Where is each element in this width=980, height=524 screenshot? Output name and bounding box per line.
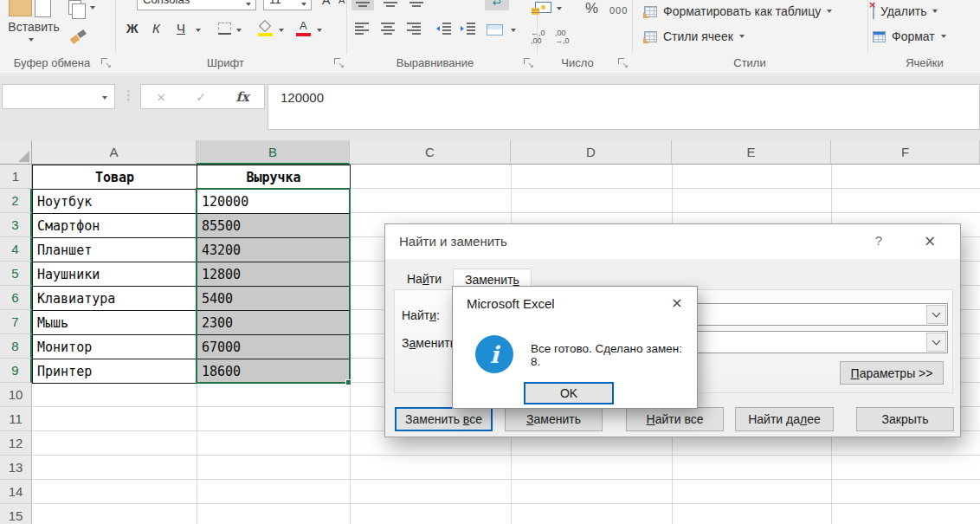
paste-dropdown-caret[interactable]	[29, 38, 34, 42]
row-header-8[interactable]: 8	[0, 334, 32, 359]
row-header-7[interactable]: 7	[0, 310, 32, 334]
row-header-2[interactable]: 2	[0, 189, 32, 213]
grow-font-button[interactable]: A	[322, 0, 330, 7]
cell-b1[interactable]: Выручка	[197, 165, 351, 190]
row-header-14[interactable]: 14	[0, 480, 32, 504]
row-header-13[interactable]: 13	[0, 456, 32, 480]
increase-decimal-icon[interactable]: ←,0 ,00	[531, 29, 545, 45]
decrease-decimal-icon[interactable]: ,00 →,0	[555, 29, 570, 45]
font-name-combo[interactable]: Consolas	[137, 0, 256, 10]
font-color-icon[interactable]: A	[300, 19, 307, 32]
copy-icon[interactable]	[68, 0, 81, 15]
cell-b4[interactable]: 43200	[197, 238, 351, 262]
align-left-icon[interactable]	[355, 23, 369, 35]
cell-a4[interactable]: Планшет	[33, 238, 197, 262]
italic-button[interactable]: К	[152, 21, 160, 36]
ok-button[interactable]: OK	[524, 382, 614, 404]
format-painter-icon[interactable]	[71, 31, 87, 43]
column-header-d[interactable]: D	[511, 140, 672, 165]
align-bottom-icon[interactable]	[409, 0, 423, 7]
cell-a1[interactable]: Товар	[33, 165, 197, 190]
cell-a9[interactable]: Принтер	[33, 359, 197, 384]
currency-format-icon[interactable]	[532, 2, 551, 16]
paste-icon[interactable]	[9, 0, 57, 16]
row-header-3[interactable]: 3	[0, 213, 32, 237]
cell-b7[interactable]: 2300	[197, 311, 351, 335]
help-icon[interactable]: ?	[870, 233, 887, 248]
merge-center-icon[interactable]	[487, 24, 503, 36]
paste-button[interactable]: Вставить	[5, 20, 62, 34]
find-dropdown-button[interactable]	[926, 305, 946, 324]
font-dialog-launcher[interactable]: ↘	[334, 58, 345, 68]
cell-a8[interactable]: Монитор	[33, 335, 197, 359]
column-header-a[interactable]: A	[32, 140, 197, 165]
cancel-icon[interactable]: ×	[156, 90, 166, 104]
currency-format-caret[interactable]	[557, 7, 562, 10]
font-size-combo[interactable]: 11	[263, 0, 312, 10]
cell-b8[interactable]: 67000	[197, 335, 351, 359]
copy-dropdown-caret[interactable]	[90, 6, 95, 10]
cell-a6[interactable]: Клавиатура	[33, 287, 197, 311]
wrap-text-icon[interactable]: ↩	[493, 0, 501, 9]
font-color-caret[interactable]	[317, 29, 322, 32]
decrease-indent-icon[interactable]	[436, 23, 451, 35]
cell-a7[interactable]: Мышь	[33, 311, 197, 335]
cell-b9[interactable]: 18600	[197, 359, 351, 384]
underline-button[interactable]: Ч	[177, 21, 185, 36]
format-as-table-button[interactable]: Форматировать как таблицу	[644, 4, 832, 18]
row-header-9[interactable]: 9	[0, 359, 32, 383]
row-header-5[interactable]: 5	[0, 262, 32, 286]
replace-dropdown-button[interactable]	[926, 333, 946, 352]
options-button[interactable]: Параметры >>	[840, 361, 944, 385]
percent-style-icon[interactable]: %	[585, 0, 598, 17]
column-header-e[interactable]: E	[672, 140, 831, 165]
name-box[interactable]	[2, 84, 115, 109]
close-button[interactable]: Закрыть	[856, 407, 954, 431]
fill-color-icon[interactable]	[258, 21, 274, 31]
enter-icon[interactable]: ✓	[196, 90, 206, 104]
select-all-corner[interactable]	[0, 140, 32, 165]
alignment-dialog-launcher[interactable]: ↘	[524, 58, 534, 68]
cell-b5[interactable]: 12800	[197, 262, 351, 287]
comma-style-icon[interactable]: 000	[609, 5, 628, 16]
number-dialog-launcher[interactable]: ↘	[618, 58, 629, 68]
delete-cells-button[interactable]: × Удалить	[873, 4, 938, 18]
bold-button[interactable]: Ж	[126, 21, 139, 36]
cell-a5[interactable]: Наушники	[33, 262, 197, 287]
fill-color-caret[interactable]	[279, 29, 284, 32]
row-header-11[interactable]: 11	[0, 407, 32, 431]
find-all-button[interactable]: Найти все	[626, 407, 724, 431]
formula-input[interactable]: 120000	[268, 84, 980, 130]
replace-button[interactable]: Заменить	[505, 407, 603, 431]
underline-dropdown-caret[interactable]	[196, 29, 201, 32]
clipboard-dialog-launcher[interactable]: ↘	[101, 58, 112, 68]
find-next-button[interactable]: Найти далее	[735, 407, 834, 431]
column-header-f[interactable]: F	[831, 140, 980, 165]
align-center-icon[interactable]	[381, 23, 395, 35]
name-box-caret[interactable]	[102, 96, 107, 100]
tab-find[interactable]: Найти	[396, 268, 453, 290]
align-right-icon[interactable]	[407, 23, 421, 35]
cell-a2[interactable]: Ноутбук	[33, 190, 197, 214]
message-box-close-icon[interactable]: ×	[667, 294, 687, 311]
cell-b6[interactable]: 5400	[197, 287, 351, 311]
row-header-12[interactable]: 12	[0, 431, 32, 456]
column-header-c[interactable]: C	[350, 140, 511, 165]
row-header-6[interactable]: 6	[0, 286, 32, 310]
replace-all-button[interactable]: Заменить все	[395, 407, 493, 431]
cell-a3[interactable]: Смартфон	[33, 214, 197, 238]
borders-icon[interactable]	[218, 23, 231, 35]
borders-dropdown-caret[interactable]	[236, 29, 242, 32]
dialog-close-icon[interactable]: ×	[920, 232, 939, 249]
merge-center-caret[interactable]	[511, 29, 516, 32]
row-header-1[interactable]: 1	[0, 165, 32, 189]
dialog-titlebar[interactable]: Найти и заменить ? ×	[385, 224, 960, 259]
row-header-10[interactable]: 10	[0, 383, 32, 407]
cell-b2[interactable]: 120000	[197, 190, 351, 214]
align-top-icon[interactable]	[356, 0, 370, 7]
increase-indent-icon[interactable]	[461, 23, 475, 35]
cell-b3[interactable]: 85500	[197, 214, 351, 238]
row-header-4[interactable]: 4	[0, 237, 32, 262]
shrink-font-button[interactable]: A	[338, 0, 345, 5]
row-header-15[interactable]: 15	[0, 504, 32, 524]
